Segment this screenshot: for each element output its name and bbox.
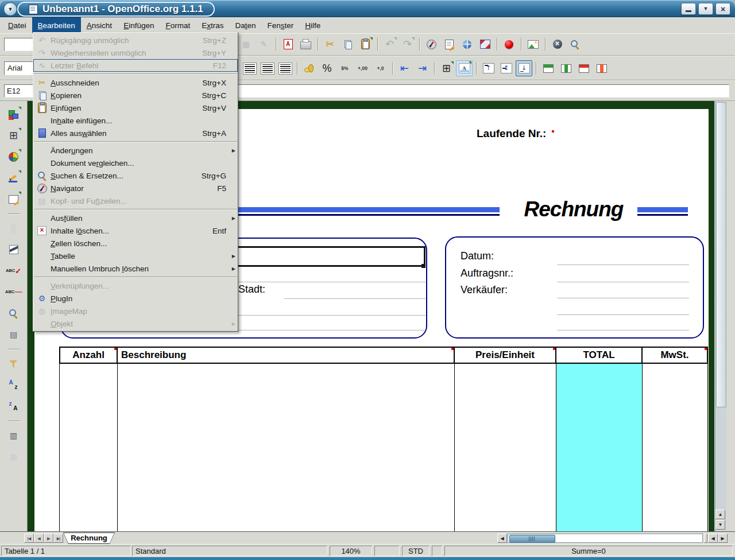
items-table-body[interactable]: [59, 364, 708, 531]
window-menu-button[interactable]: ▼: [3, 2, 17, 16]
number-standard-icon[interactable]: $%: [336, 60, 353, 76]
menu-item-einfügen[interactable]: EinfügenStrg+V: [33, 102, 238, 114]
group-icon[interactable]: ▥: [5, 427, 22, 444]
find-replace-icon[interactable]: [5, 305, 22, 322]
export-pdf-icon[interactable]: [280, 36, 296, 52]
hscroll-right-button[interactable]: ▶: [718, 534, 728, 543]
menu-item-wiederherstellen-unmöglich[interactable]: ↷Wiederherstellen unmöglichStrg+Y: [33, 46, 238, 59]
hscroll-left-button-2[interactable]: ◀: [708, 534, 718, 543]
menu-item-zellen-löschen[interactable]: Zellen löschen...: [33, 237, 238, 250]
horizontal-scrollbar-thumb[interactable]: [509, 535, 555, 543]
stylist-icon[interactable]: [441, 36, 458, 52]
menu-item-objekt[interactable]: Objekt▶: [33, 317, 238, 330]
decrease-indent-icon[interactable]: ⇤: [396, 60, 413, 76]
vertical-scrollbar-thumb[interactable]: [716, 102, 726, 407]
menu-item-ausschneiden[interactable]: ✂AusschneidenStrg+X: [33, 76, 238, 89]
number-currency-icon[interactable]: [301, 60, 318, 76]
menu-item-navigator[interactable]: NavigatorF5: [33, 182, 238, 195]
menu-item-dokument-vergleichen[interactable]: Dokument vergleichen...: [33, 157, 238, 169]
align-top-icon[interactable]: [480, 60, 497, 76]
menu-item-inhalte-löschen[interactable]: Inhalte löschen...Entf: [33, 224, 238, 237]
zoom-icon[interactable]: [567, 36, 583, 52]
menu-datei[interactable]: Datei: [2, 17, 32, 33]
background-color-icon[interactable]: [456, 60, 473, 76]
menu-fenster[interactable]: Fenster: [262, 17, 300, 33]
menu-item-änderungen[interactable]: Änderungen▶: [33, 144, 238, 157]
menu-item-ausfüllen[interactable]: Ausfüllen▶: [33, 212, 238, 224]
paste-icon[interactable]: [357, 36, 374, 52]
menu-item-verknüpfungen[interactable]: Verknüpfungen...: [33, 279, 238, 292]
insert-chart-icon[interactable]: [5, 148, 22, 165]
hscroll-left-button[interactable]: ◀: [497, 534, 507, 543]
add-decimal-icon[interactable]: +,00: [354, 60, 371, 76]
menu-item-alles-auswählen[interactable]: Alles auswählenStrg+A: [33, 127, 238, 139]
autofilter-icon[interactable]: [5, 355, 22, 372]
cell-reference-box[interactable]: E12: [4, 84, 35, 98]
menu-item-inhalte-einfügen[interactable]: Inhalte einfügen...: [33, 114, 238, 127]
align-right-icon[interactable]: [259, 60, 276, 76]
data-sources-icon[interactable]: ▤: [5, 326, 22, 343]
navigator-icon[interactable]: [423, 36, 440, 52]
update-icon[interactable]: ▦: [5, 448, 22, 465]
spellcheck-icon[interactable]: [5, 262, 22, 279]
number-percent-icon[interactable]: %: [319, 60, 335, 76]
align-justify-icon[interactable]: [277, 60, 293, 76]
cut-icon[interactable]: ✂: [322, 36, 338, 52]
minimize-button[interactable]: [681, 3, 696, 15]
sort-ascending-icon[interactable]: [5, 376, 22, 394]
align-bottom-icon[interactable]: [516, 60, 532, 76]
menu-bearbeiten[interactable]: Bearbeiten: [32, 17, 81, 33]
stop-loading-icon[interactable]: [549, 36, 566, 52]
increase-indent-icon[interactable]: ⇥: [414, 60, 431, 76]
selection-handle[interactable]: [421, 264, 425, 268]
format-paintbrush-icon[interactable]: [5, 241, 22, 258]
menu-format[interactable]: Format: [160, 17, 196, 33]
zoom-page-icon[interactable]: [477, 36, 493, 52]
vertical-scrollbar[interactable]: [715, 101, 726, 531]
close-button[interactable]: ×: [715, 3, 730, 15]
print-file-icon[interactable]: [297, 36, 314, 52]
insert-object-icon[interactable]: [5, 106, 22, 123]
sheet-prev-button[interactable]: ◀: [34, 534, 44, 543]
formula-input[interactable]: [238, 84, 729, 98]
record-changes-icon[interactable]: [501, 36, 517, 52]
sheet-last-button[interactable]: ▶|: [53, 534, 63, 543]
menu-item-suchen-ersetzen[interactable]: Suchen & Ersetzen...Strg+G: [33, 169, 238, 182]
save-icon[interactable]: ▦: [238, 36, 254, 52]
draw-functions-icon[interactable]: [5, 169, 22, 186]
sort-descending-icon[interactable]: [5, 398, 22, 415]
form-controls-icon[interactable]: [5, 190, 22, 208]
auto-spellcheck-icon[interactable]: [5, 283, 22, 301]
edit-file-icon[interactable]: ✎: [256, 36, 272, 52]
maximize-button[interactable]: ▼: [698, 3, 713, 15]
delete-row-icon[interactable]: [575, 60, 592, 76]
menu-einfügen[interactable]: Einfügen: [118, 17, 160, 33]
insert-column-icon[interactable]: [558, 60, 574, 76]
menu-item-tabelle[interactable]: Tabelle▶: [33, 250, 238, 262]
menu-item-plugin[interactable]: ⚙PlugIn: [33, 292, 238, 305]
delete-column-icon[interactable]: [593, 60, 610, 76]
menu-item-imagemap[interactable]: ◍ImageMap: [33, 305, 238, 317]
redo-icon[interactable]: ↷: [399, 36, 416, 52]
borders-icon[interactable]: ⊞: [438, 60, 455, 76]
menu-extras[interactable]: Extras: [196, 17, 229, 33]
copy-icon[interactable]: [339, 36, 356, 52]
menu-item-kopf-und-fußzeilen[interactable]: ▤Kopf- und Fußzeilen...: [33, 195, 238, 207]
sheet-tab-rechnung[interactable]: Rechnung: [63, 532, 115, 544]
hyperlink-icon[interactable]: [459, 36, 475, 52]
gallery-icon[interactable]: [525, 36, 541, 52]
menu-item-manuellen-umbruch-löschen[interactable]: Manuellen Umbruch löschen▶: [33, 262, 238, 275]
align-center-icon[interactable]: [241, 60, 258, 76]
split-handle[interactable]: [704, 534, 707, 543]
menu-item-kopieren[interactable]: KopierenStrg+C: [33, 89, 238, 102]
undo-icon[interactable]: ↶: [381, 36, 398, 52]
sheet-first-button[interactable]: |◀: [24, 534, 34, 543]
insert-applet-icon[interactable]: ▒: [5, 220, 22, 237]
sheet-next-button[interactable]: ▶: [44, 534, 53, 543]
scroll-down-button[interactable]: ▼: [715, 520, 725, 530]
menu-daten[interactable]: Daten: [230, 17, 262, 33]
scroll-up-button[interactable]: ▲: [715, 510, 725, 519]
horizontal-scrollbar[interactable]: [508, 534, 703, 543]
insert-cells-icon[interactable]: ⊞: [5, 127, 22, 144]
menu-item-rückgängig-unmöglich[interactable]: ↶Rückgängig unmöglichStrg+Z: [33, 34, 238, 46]
